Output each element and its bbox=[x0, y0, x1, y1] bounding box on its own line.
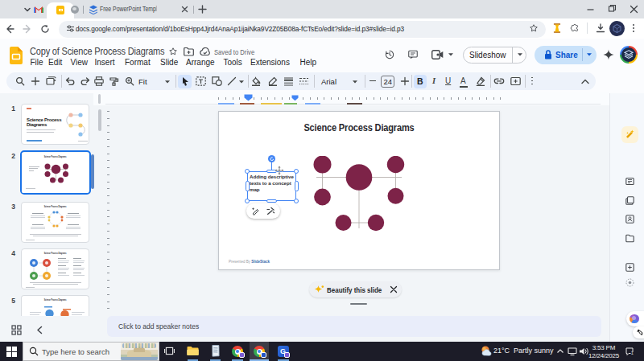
svg-text:1: 1 bbox=[631, 351, 634, 355]
